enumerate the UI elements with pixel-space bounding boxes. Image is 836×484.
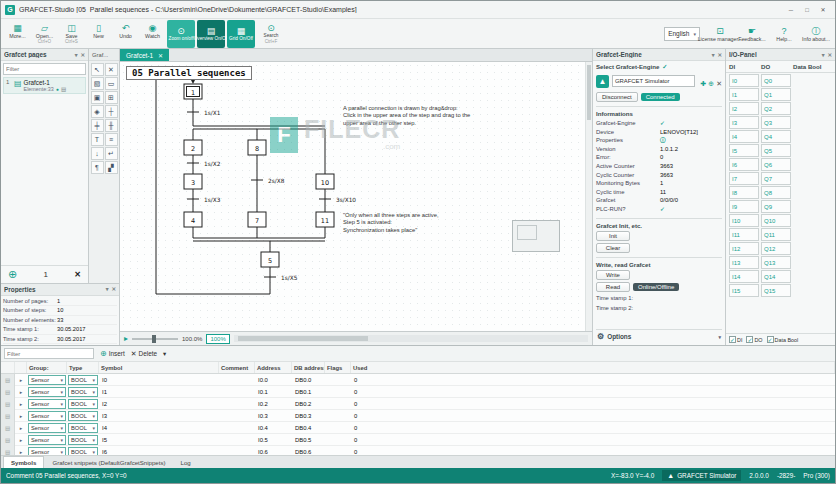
type-select[interactable]: BOOL▾ [68, 387, 98, 397]
delete-page-button[interactable]: ✕ [74, 270, 81, 279]
row-handle-icon[interactable]: ▤ [1, 398, 15, 410]
di-cell[interactable]: I13 [729, 256, 759, 269]
type-select[interactable]: BOOL▾ [68, 447, 98, 455]
di-cell[interactable]: I8 [729, 186, 759, 199]
pages-filter-input[interactable] [3, 63, 86, 75]
engine-target-icon[interactable]: ⊕ [708, 80, 714, 87]
do-cell[interactable]: Q8 [761, 186, 791, 199]
palette-step-tool[interactable]: ▭ [105, 77, 118, 90]
do-cell[interactable]: Q15 [761, 284, 791, 297]
toolbar-watch-button[interactable]: ◉Watch [139, 20, 166, 48]
symbol-table-row[interactable]: ▤▸Sensor▾BOOL▾I5I0.5DB0.50 [1, 434, 835, 446]
di-cell[interactable]: I0 [729, 74, 759, 87]
do-cell[interactable]: Q0 [761, 74, 791, 87]
group-select[interactable]: Sensor▾ [28, 435, 66, 445]
type-select[interactable]: BOOL▾ [68, 399, 98, 409]
palette-tab[interactable]: Graf... [89, 49, 119, 61]
palette-jump-tool[interactable]: ↵ [105, 147, 118, 160]
di-cell[interactable]: I12 [729, 242, 759, 255]
pin-icon[interactable]: ▾ [712, 52, 715, 58]
maximize-button[interactable]: □ [799, 4, 815, 16]
do-cell[interactable]: Q14 [761, 270, 791, 283]
type-select[interactable]: BOOL▾ [68, 411, 98, 421]
overview-minimap[interactable] [512, 220, 560, 252]
row-handle-icon[interactable]: ▤ [1, 374, 15, 386]
do-column-header[interactable]: DO [761, 63, 793, 70]
do-cell[interactable]: Q12 [761, 242, 791, 255]
engine-remove-icon[interactable]: ✕ [716, 80, 722, 87]
do-cell[interactable]: Q1 [761, 88, 791, 101]
do-cell[interactable]: Q2 [761, 102, 791, 115]
group-select[interactable]: Sensor▾ [28, 375, 66, 385]
do-cell[interactable]: Q5 [761, 144, 791, 157]
palette-transition-tool[interactable]: ┼ [105, 105, 118, 118]
tab-grafcet-1[interactable]: Grafcet-1 ✕ [120, 49, 169, 61]
bottom-tab-grafcet-snippets-defaultgrafcetsnippets[interactable]: Grafcet snippets (DefaultGrafcetSnippets… [45, 456, 172, 468]
toolbar-zoom-on-off-button[interactable]: ⊙Zoom on/off [167, 20, 195, 48]
pin-icon[interactable]: ▾ [822, 52, 825, 58]
toolbar-info-about-button[interactable]: ⓘInfo about... [800, 20, 832, 48]
row-expand-icon[interactable]: ▸ [15, 401, 27, 407]
symbols-menu-button[interactable]: ▾ [163, 350, 166, 358]
toolbar-undo-button[interactable]: ↶Undo [112, 20, 139, 48]
write-button[interactable]: Write [596, 270, 630, 280]
row-handle-icon[interactable]: ▤ [1, 410, 15, 422]
row-handle-icon[interactable]: ▤ [1, 386, 15, 398]
palette-select-tool[interactable]: ↖ [91, 63, 104, 76]
io-filter-checkbox-data-bool[interactable]: ✓Data Bool [767, 336, 799, 343]
palette-text-tool[interactable]: T [91, 133, 104, 146]
symbol-table-row[interactable]: ▤▸Sensor▾BOOL▾I1I0.1DB0.10 [1, 386, 835, 398]
type-select[interactable]: BOOL▾ [68, 435, 98, 445]
close-icon[interactable]: ✕ [80, 52, 85, 58]
zoom-reset-button[interactable]: 100% [206, 334, 229, 344]
di-cell[interactable]: I14 [729, 270, 759, 283]
add-page-button[interactable]: ⊕ [8, 268, 17, 281]
toolbar-save-button[interactable]: ◫SaveCtrl+S [58, 20, 85, 48]
toolbar-feedback-button[interactable]: ☛Feedback... [736, 20, 768, 48]
palette-document-tool[interactable]: ≡ [105, 133, 118, 146]
init-button[interactable]: Init [596, 231, 630, 241]
group-select[interactable]: Sensor▾ [28, 387, 66, 397]
io-filter-checkbox-di[interactable]: ✓DI [729, 336, 742, 343]
palette-enclosing-step-tool[interactable]: ◈ [91, 105, 104, 118]
bottom-tab-symbols[interactable]: Symbols [3, 456, 44, 468]
palette-alternative-branch-tool[interactable]: ╫ [105, 119, 118, 132]
horizontal-scrollbar-thumb[interactable] [238, 336, 368, 341]
palette-delete-tool[interactable]: ✕ [105, 63, 118, 76]
scroll-left-icon[interactable]: ▸ [124, 334, 128, 343]
page-item-grafcet-1[interactable]: 1 ▤ Grafcet-1 Elemente:33 ● ▤ [3, 77, 86, 94]
close-icon[interactable]: ✕ [827, 52, 832, 58]
engine-select[interactable]: GRAFCET Simulator [612, 75, 695, 87]
toolbar-grid-on-off-button[interactable]: ▦Grid On/Off [227, 20, 255, 48]
di-cell[interactable]: I7 [729, 172, 759, 185]
group-select[interactable]: Sensor▾ [28, 411, 66, 421]
di-cell[interactable]: I1 [729, 88, 759, 101]
palette-chart-tool[interactable]: ▞ [105, 161, 118, 174]
io-filter-checkbox-do[interactable]: ✓DO [746, 336, 762, 343]
di-cell[interactable]: I10 [729, 214, 759, 227]
pin-icon[interactable]: ▾ [106, 286, 109, 292]
close-icon[interactable]: ✕ [111, 286, 116, 292]
pin-icon[interactable]: ▾ [75, 52, 78, 58]
toolbar-new-button[interactable]: ▯New [85, 20, 112, 48]
palette-parallel-branch-tool[interactable]: ╪ [91, 119, 104, 132]
do-cell[interactable]: Q13 [761, 256, 791, 269]
di-cell[interactable]: I2 [729, 102, 759, 115]
di-cell[interactable]: I5 [729, 144, 759, 157]
read-button[interactable]: Read [596, 282, 630, 292]
do-cell[interactable]: Q11 [761, 228, 791, 241]
do-cell[interactable]: Q10 [761, 214, 791, 227]
toolbar-license-manager-button[interactable]: ⊡License manager... [704, 20, 736, 48]
data-bool-column-header[interactable]: Data Bool [793, 63, 832, 70]
row-expand-icon[interactable]: ▸ [15, 389, 27, 395]
symbols-filter-input[interactable] [4, 348, 94, 359]
type-select[interactable]: BOOL▾ [68, 423, 98, 433]
toolbar-help-button[interactable]: ?Help... [768, 20, 800, 48]
row-expand-icon[interactable]: ▸ [15, 437, 27, 443]
symbol-table-row[interactable]: ▤▸Sensor▾BOOL▾I2I0.2DB0.20 [1, 398, 835, 410]
language-select[interactable]: English ▾ [664, 27, 700, 41]
di-column-header[interactable]: DI [729, 63, 761, 70]
row-expand-icon[interactable]: ▸ [15, 425, 27, 431]
do-cell[interactable]: Q9 [761, 200, 791, 213]
insert-symbol-button[interactable]: ⊕ Insert [100, 349, 125, 358]
